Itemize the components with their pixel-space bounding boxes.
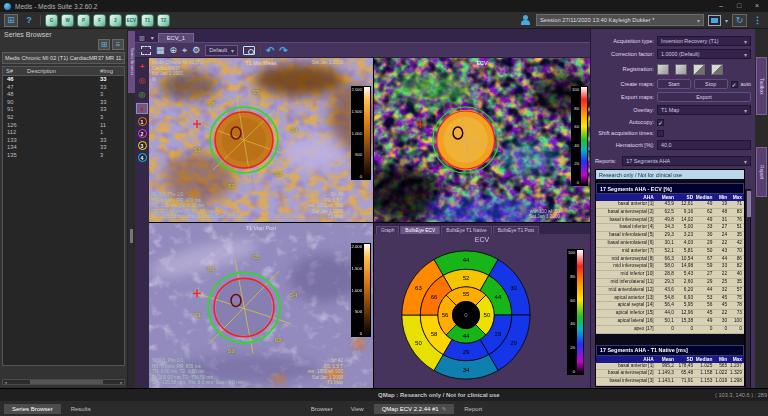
bullseye-chart: 443029345063524429295866555044560 xyxy=(398,247,534,383)
auto-checkbox[interactable]: ✓ xyxy=(731,81,738,88)
session-select[interactable]: Session 27/11/2020 13:40 Kayleigh Dukker… xyxy=(536,14,704,26)
series-row[interactable]: 48 3 xyxy=(3,91,124,99)
app-icon[interactable]: W xyxy=(61,14,74,27)
roi-2-tool-icon[interactable]: 2 xyxy=(138,129,147,138)
series-row[interactable]: 46 33 xyxy=(3,76,124,84)
monitor-layout-icon[interactable] xyxy=(708,15,721,26)
app-icon[interactable]: 2 xyxy=(109,14,122,27)
app-icon[interactable]: T2 xyxy=(157,14,170,27)
collapsed-series-browser-tab[interactable]: Series Browser xyxy=(128,31,135,93)
select-box-icon[interactable] xyxy=(141,46,151,55)
stop-button[interactable]: Stop xyxy=(694,79,728,89)
scroll-right-arrow[interactable]: ► xyxy=(119,380,124,385)
toolbox-side-tab[interactable]: Toolbox xyxy=(756,57,767,115)
zoom-icon[interactable]: ⊕ xyxy=(170,44,178,56)
series-row[interactable]: 134 33 xyxy=(3,144,124,152)
svg-text:30: 30 xyxy=(510,285,517,291)
minimize-button[interactable]: – xyxy=(714,1,728,11)
series-row[interactable]: 92 3 xyxy=(3,114,124,122)
viewer-tab-bar: ▥ ▾ ECV_1 xyxy=(135,29,590,42)
maximize-button[interactable]: □ xyxy=(732,1,746,11)
viewport-t1-post[interactable]: T1 Map Post SL 2/3; Phs 1/1HR: 0 bpm; RR… xyxy=(149,223,373,388)
overlay-select[interactable]: T1 Map▾ xyxy=(657,105,751,115)
scroll-left-arrow[interactable]: ◄ xyxy=(3,380,8,385)
tab-graph[interactable]: Graph xyxy=(376,226,399,234)
start-button[interactable]: Start xyxy=(657,79,691,89)
ecv-table-body: basal anterior [1]43,912,61 491971 basal… xyxy=(596,201,744,334)
viewport-ecv-map[interactable]: ECV ww: 100 wl: 50Sat Jan 1 2000 1008060… xyxy=(374,58,590,222)
tab-ecv-1[interactable]: ECV_1 xyxy=(158,33,194,42)
horizontal-scrollbar[interactable]: ◄ ► xyxy=(2,379,125,385)
series-row[interactable]: 133 33 xyxy=(3,137,124,145)
scrollbar-thumb[interactable] xyxy=(30,380,103,384)
roi-4-tool-icon[interactable]: 4 xyxy=(138,153,147,162)
roi-1-tool-icon[interactable]: 1 xyxy=(138,117,147,126)
scrollbar-thumb[interactable] xyxy=(747,191,751,217)
app-icon[interactable]: T1 xyxy=(141,14,154,27)
overflow-menu-icon[interactable]: ⋮ xyxy=(751,15,764,25)
column-header[interactable]: #Img xyxy=(100,68,124,74)
tab-bullseye-ecv[interactable]: BullsEye ECV xyxy=(400,226,440,234)
tab-browser[interactable]: Browser xyxy=(303,404,341,414)
app-icon[interactable]: G xyxy=(45,14,58,27)
series-row[interactable]: 112 1 xyxy=(3,129,124,137)
redo-icon[interactable]: ↷ xyxy=(279,45,287,56)
colorbar-gradient xyxy=(364,244,370,336)
series-row[interactable]: 126 11 xyxy=(3,122,124,130)
series-row[interactable]: 135 3 xyxy=(3,152,124,160)
patient-study-tab[interactable]: Medis Chronic MI 02 (T1) CardiacMR37 MR … xyxy=(2,52,125,64)
registration-option-2-icon[interactable] xyxy=(675,64,687,75)
vertical-scrollbar[interactable] xyxy=(745,189,751,409)
blood-pool-tool-icon[interactable]: ● xyxy=(136,103,148,114)
correction-factor-select[interactable]: 1.0000 (Default)▾ xyxy=(657,49,751,59)
reset-layout-button[interactable]: ↻ xyxy=(732,14,747,27)
list-view-button[interactable]: ≡ xyxy=(112,39,124,50)
series-row[interactable]: 91 33 xyxy=(3,106,124,114)
undo-icon[interactable]: ↶ xyxy=(266,45,274,56)
tab-view[interactable]: View xyxy=(343,404,372,414)
shift-acquisition-checkbox[interactable] xyxy=(657,130,664,137)
reports-table-area[interactable]: Research only / Not for clinical use 17 … xyxy=(595,169,745,387)
column-header[interactable]: Description xyxy=(27,68,100,74)
snapshot-camera-icon[interactable] xyxy=(243,46,255,55)
layers-icon[interactable]: ▦ xyxy=(156,44,165,56)
reports-select[interactable]: 17 Segments AHA▾ xyxy=(622,156,751,166)
app-icon[interactable]: P xyxy=(77,14,90,27)
roi-3-tool-icon[interactable]: 3 xyxy=(138,141,147,150)
preset-select[interactable]: Default ▾ xyxy=(205,45,238,56)
chevron-down-icon[interactable]: ▾ xyxy=(725,17,728,24)
help-button[interactable]: ? xyxy=(22,14,36,27)
tab-results[interactable]: Results xyxy=(63,404,99,414)
endo-contour-tool-icon[interactable]: ◎ xyxy=(136,75,148,86)
series-row[interactable]: 47 33 xyxy=(3,84,124,92)
export-button[interactable]: Export xyxy=(657,92,751,102)
tab-qmap-ecv[interactable]: QMap ECV 2.2.44 #1✎ xyxy=(374,404,455,414)
tab-bullseye-t1-post[interactable]: BullsEye T1 Post xyxy=(493,226,539,234)
column-header[interactable]: S# xyxy=(3,68,27,74)
tab-series-browser[interactable]: Series Browser xyxy=(4,404,61,414)
series-row[interactable]: 90 33 xyxy=(3,99,124,107)
tab-report[interactable]: Report xyxy=(456,404,490,414)
app-icon[interactable]: F xyxy=(93,14,106,27)
app-icon[interactable]: ECV xyxy=(125,14,138,27)
autocopy-checkbox[interactable]: ✓ xyxy=(657,119,664,126)
acquisition-type-select[interactable]: Inversion Recovery (T1)▾ xyxy=(657,36,751,46)
layout-grid-button[interactable]: ⊞ xyxy=(4,14,18,27)
registration-option-1-icon[interactable] xyxy=(657,64,669,75)
tab-list-icon[interactable]: ▥ xyxy=(137,34,147,42)
close-button[interactable]: × xyxy=(750,1,764,11)
settings-gear-icon[interactable]: ⚙ xyxy=(192,44,200,56)
epi-contour-tool-icon[interactable]: ◎ xyxy=(136,89,148,100)
registration-option-4-icon[interactable] xyxy=(711,64,723,75)
tab-bullseye-t1-native[interactable]: BullsEye T1 Native xyxy=(441,226,491,234)
splitter-grip[interactable] xyxy=(130,229,133,243)
grid-view-button[interactable]: ⊞ xyxy=(98,39,110,50)
registration-option-3-icon[interactable] xyxy=(693,64,705,75)
add-marker-tool-icon[interactable]: + xyxy=(136,61,148,72)
report-side-tab[interactable]: Report xyxy=(756,147,767,197)
hematocrit-input[interactable]: 40,0 xyxy=(657,140,751,150)
pan-icon[interactable]: ⌖ xyxy=(182,44,187,56)
chevron-down-icon[interactable]: ▾ xyxy=(149,34,156,42)
viewport-t1-native[interactable]: T1 Mix Meas Medis Chronic MI 02 (T1)Card… xyxy=(149,58,373,222)
medis-logo-icon xyxy=(4,3,11,10)
